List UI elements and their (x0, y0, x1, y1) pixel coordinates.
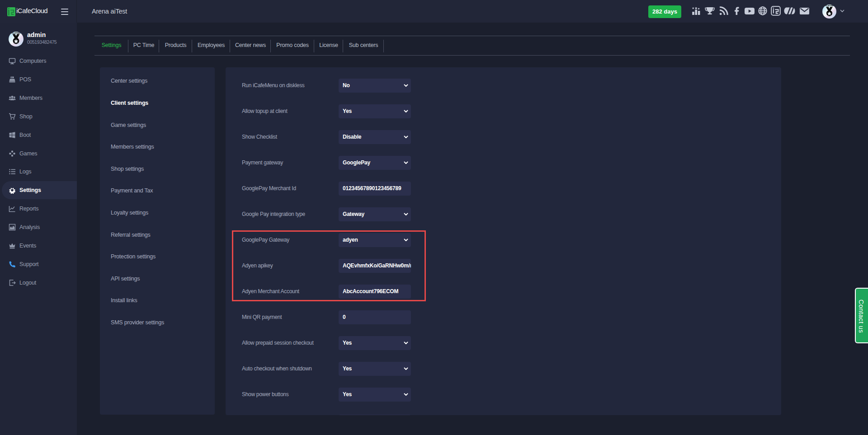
svg-text:PLATINA: PLATINA (12, 32, 21, 34)
svg-text:PLATINA: PLATINA (825, 5, 834, 7)
